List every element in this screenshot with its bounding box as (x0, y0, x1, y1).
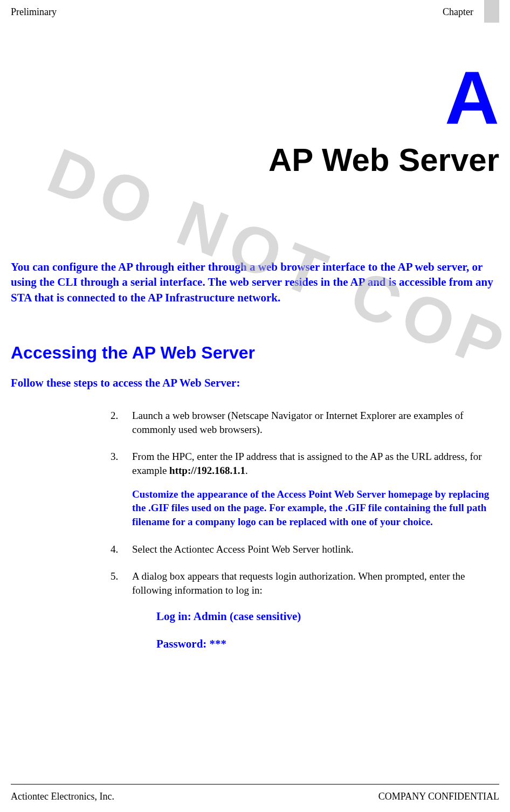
footer-right: COMPANY CONFIDENTIAL (378, 791, 499, 802)
header-right-text: Chapter (443, 6, 473, 18)
step-text-part: A dialog box appears that requests login… (132, 570, 465, 596)
header-left-text: Preliminary (11, 6, 57, 18)
step-number: 2. (111, 409, 132, 436)
step-item: 4. Select the Actiontec Access Point Web… (111, 542, 499, 556)
step-text-part: . (245, 465, 248, 476)
header-right-wrap: Chapter (443, 6, 499, 23)
step-text: Select the Actiontec Access Point Web Se… (132, 542, 354, 556)
step-item: 3. From the HPC, enter the IP address th… (111, 450, 499, 528)
steps-list: 2. Launch a web browser (Netscape Naviga… (111, 409, 499, 663)
page-footer: Actiontec Electronics, Inc. COMPANY CONF… (11, 784, 499, 802)
chapter-title: AP Web Server (11, 141, 499, 178)
footer-left: Actiontec Electronics, Inc. (11, 791, 114, 802)
intro-paragraph: You can configure the AP through either … (11, 259, 499, 305)
password-line: Password: *** (156, 636, 499, 651)
step-number: 3. (111, 450, 132, 528)
section-heading: Accessing the AP Web Server (11, 343, 499, 363)
step-text: A dialog box appears that requests login… (132, 569, 499, 663)
step-item: 2. Launch a web browser (Netscape Naviga… (111, 409, 499, 436)
step-text: From the HPC, enter the IP address that … (132, 450, 499, 528)
step-number: 4. (111, 542, 132, 556)
step-text: Launch a web browser (Netscape Navigator… (132, 409, 499, 436)
login-block: Log in: Admin (case sensitive) Password:… (156, 609, 499, 651)
step-note-blue: Customize the appearance of the Access P… (132, 487, 499, 529)
follow-steps-text: Follow these steps to access the AP Web … (11, 376, 499, 390)
url-text: http://192.168.1.1 (169, 465, 245, 476)
appendix-letter: A (11, 60, 499, 136)
login-line: Log in: Admin (case sensitive) (156, 609, 499, 624)
step-number: 5. (111, 569, 132, 663)
page-content: A AP Web Server You can configure the AP… (0, 60, 510, 663)
page-header: Preliminary Chapter (0, 0, 510, 23)
step-item: 5. A dialog box appears that requests lo… (111, 569, 499, 663)
header-tab-box (484, 0, 499, 23)
